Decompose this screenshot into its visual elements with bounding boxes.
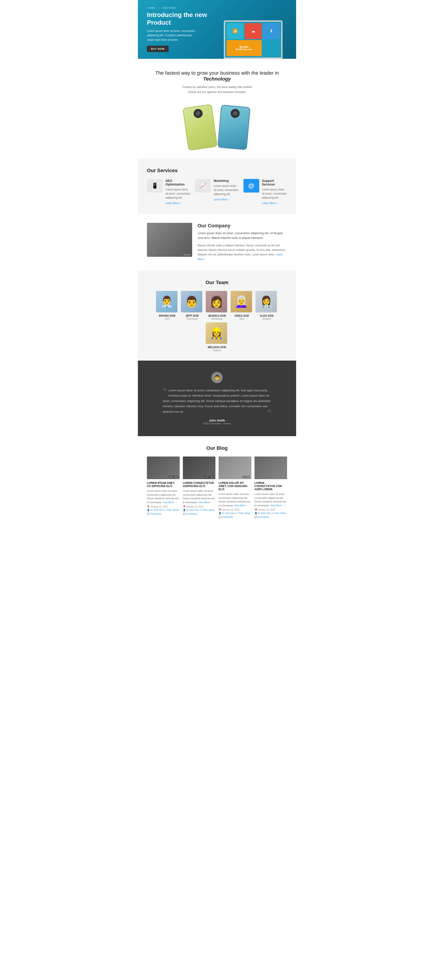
tag-icon-2: 🏷 — [236, 512, 238, 514]
team-avatar-3: 👩‍🦳 — [231, 291, 252, 312]
quote-close-icon: " — [268, 411, 271, 416]
team-name-0: BRUNO DOE — [156, 314, 179, 317]
team-avatar-4: 👩‍⚕️ — [255, 291, 277, 312]
comment-icon-2: 💬 — [219, 516, 221, 518]
team-avatar-0: 👨‍💼 — [156, 291, 177, 312]
blog-image-label-2: n × 500 — [242, 476, 250, 478]
team-section: Our Team 👨‍💼 BRUNO DOE CEO 👨 JEFF DOE De… — [138, 270, 296, 361]
team-photo-1: 👨 — [181, 291, 202, 312]
comment-icon-3: 💬 — [255, 516, 257, 518]
blog-post-title-3: LOREM , CONSECTETUR CON ADIPI LOREM. — [255, 481, 287, 491]
team-photo-2: 👩 — [206, 291, 227, 312]
team-role-3: SEO — [231, 317, 253, 320]
blog-tags-0: 🏷 Duis, News — [164, 509, 179, 511]
team-role-0: CEO — [156, 317, 179, 320]
company-section: NineNic Our Company Lorem ipsum dolor si… — [138, 214, 296, 270]
hero-left: HOME > FEATURES Introducing the new Prod… — [147, 7, 219, 59]
blog-author-link-3[interactable]: John Doe — [261, 512, 271, 514]
blog-post-excerpt-0: Lorem ipsum dolor sit amet, consectetur … — [147, 489, 180, 504]
company-image-label: NineNic — [184, 254, 191, 256]
blog-title: Our Blog — [147, 445, 287, 451]
blog-post-link-2[interactable]: View More → — [234, 504, 249, 507]
blog-post-link-1[interactable]: View More → — [198, 501, 213, 504]
blog-comments-link-0[interactable]: Comments — [150, 512, 161, 515]
team-name-2: JESSICA DOE — [206, 314, 228, 317]
company-title: Our Company — [198, 223, 287, 229]
team-grid: 👨‍💼 BRUNO DOE CEO 👨 JEFF DOE Developer 👩… — [147, 291, 287, 352]
blog-comments-link-1[interactable]: Comments — [186, 512, 197, 515]
service-content-seo: SEO Optimization Lorem ipsum dolor sit a… — [165, 179, 190, 205]
hero-section: HOME > FEATURES Introducing the new Prod… — [138, 0, 296, 59]
laptop-cell-cloud: ☁ — [245, 23, 262, 39]
blog-meta-2: 📅 January 10, 2022 👤 By John Doe 🏷 Duis,… — [219, 509, 251, 518]
user-icon-2: 👤 — [219, 512, 221, 514]
breadcrumb-home: HOME — [148, 7, 155, 9]
blog-tags-1: 🏷 Duis, News — [200, 509, 214, 511]
buy-now-button[interactable]: BUY NOW — [147, 46, 169, 52]
blog-tags-link-1[interactable]: Duis, News — [203, 509, 214, 511]
tagline-sub2: Check out our options and features inclu… — [147, 89, 287, 95]
testimonial-author-role: CEO & Founder · ninenic — [156, 422, 278, 425]
blog-author-2: 👤 By John Doe — [219, 512, 235, 514]
phone-camera-icon — [193, 108, 203, 119]
services-section: Our Services 📱 SEO Optimization Lorem ip… — [138, 159, 296, 214]
blog-author-link-2[interactable]: John Doe — [225, 512, 235, 514]
team-member-4: 👩‍⚕️ ALEX DOE Support — [255, 291, 278, 320]
blog-author-3: 👤 By John Doe — [255, 512, 271, 514]
service-link-marketing[interactable]: Learn More — [214, 198, 229, 201]
quote-open-icon: " — [163, 390, 166, 395]
blog-meta-3: 📅 January 10, 2022 👤 By John Doe 🏷 Duis,… — [255, 509, 287, 518]
blog-author-link-0[interactable]: John Doe — [154, 509, 163, 511]
service-link-seo[interactable]: Learn More — [165, 202, 181, 205]
phone-yellow — [182, 104, 217, 151]
blog-tags-link-3[interactable]: Duis, News — [275, 512, 286, 514]
tagline-section: The fastest way to grow your business wi… — [138, 59, 296, 99]
blog-author-0: 👤 By John Doe — [147, 509, 163, 511]
laptop-screen: 📶 ☁ ⬇ NineNic ຮ້ານໄດ້ ໂດນລ່ານ ລາຄາ — [225, 22, 281, 57]
blog-post-excerpt-2: Lorem ipsum dolor sit amet, consectetur … — [219, 492, 251, 507]
team-name-5: MELISSA DOE — [206, 346, 228, 349]
laptop-cell-download: ⬇ — [263, 23, 280, 39]
phones-section — [138, 99, 296, 159]
blog-image-2: n × 500 — [219, 457, 251, 479]
service-icon-marketing: 📈 — [195, 179, 211, 192]
team-member-2: 👩 JESSICA DOE Marketing — [206, 291, 228, 320]
blog-image-label-0: 900 × 300 — [169, 476, 178, 478]
team-role-2: Marketing — [206, 317, 228, 320]
team-photo-4: 👩‍⚕️ — [255, 291, 277, 312]
service-title-support: Support Services — [262, 179, 287, 186]
blog-image-label-3 — [284, 478, 286, 478]
phones-image — [181, 103, 253, 149]
blog-comments-link-3[interactable]: Comments — [258, 516, 269, 518]
team-photo-3: 👩‍🦳 — [231, 291, 252, 312]
service-link-support[interactable]: Learn More — [262, 202, 277, 205]
blog-tags-2: 🏷 Duis, News — [236, 512, 250, 514]
comment-icon: 💬 — [147, 512, 150, 515]
services-grid: 📱 SEO Optimization Lorem ipsum dolor sit… — [147, 179, 287, 205]
blog-post-link-3[interactable]: View More → — [270, 504, 285, 507]
blog-comments-link-2[interactable]: Comments — [222, 516, 233, 518]
blog-tags-link-2[interactable]: Duis, News — [239, 512, 250, 514]
laptop-mockup: 📶 ☁ ⬇ NineNic ຮ້ານໄດ້ ໂດນລ່ານ ລາຄາ — [224, 21, 282, 59]
blog-post-link-0[interactable]: View More → — [163, 501, 177, 504]
team-photo-0: 👨‍💼 — [156, 291, 177, 312]
breadcrumb: HOME > FEATURES — [147, 7, 219, 9]
blog-image-label-1: 900 × 500 — [204, 476, 214, 478]
blog-tags-link-0[interactable]: Duis, News — [167, 509, 179, 511]
phone-camera-icon-2 — [230, 108, 240, 118]
blog-image-0: 900 × 300 — [147, 457, 180, 479]
blog-author-link-1[interactable]: John Doe — [189, 509, 199, 511]
team-member-3: 👩‍🦳 GREG DOE SEO — [231, 291, 253, 320]
blog-post-1: 900 × 500 LOREM CONSECTETUR ADIPISCING E… — [183, 457, 215, 518]
blog-meta-1: 📅 January 10, 2022 👤 By John Doe 🏷 Duis,… — [183, 505, 215, 515]
blog-post-excerpt-3: Lorem ipsum dolor sit amet, consectetur … — [255, 492, 287, 507]
services-title: Our Services — [147, 168, 287, 173]
service-desc-seo: Lorem ipsum dolor sit amet, consectetur … — [165, 188, 190, 200]
blog-post-0: 900 × 300 LOREM IPSUM AMET, CO DIPISCING… — [147, 457, 180, 518]
team-role-4: Support — [255, 317, 278, 320]
blog-section: Our Blog 900 × 300 LOREM IPSUM AMET, CO … — [138, 436, 296, 527]
service-title-marketing: Marketing — [214, 179, 239, 183]
blog-post-title-1: LOREM CONSECTETUR ADIPISCING ELIT. — [183, 481, 215, 488]
tagline-title: The fastest way to grow your business wi… — [147, 70, 287, 82]
blog-meta-0: 📅 January 10, 2022 👤 By John Doe 🏷 Duis,… — [147, 505, 180, 515]
